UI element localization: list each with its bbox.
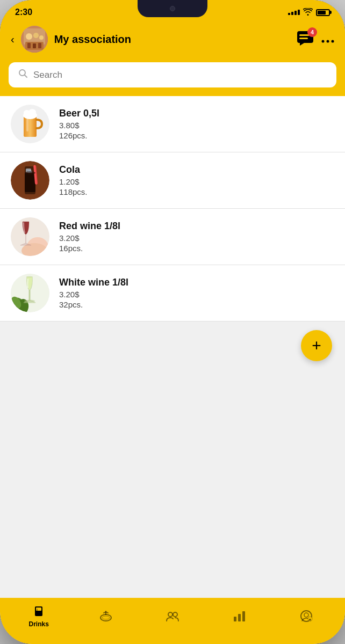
nav-item-members[interactable] bbox=[139, 609, 206, 623]
camera bbox=[170, 6, 175, 11]
product-list: Beer 0,5l 3.80$ 126pcs. bbox=[0, 96, 345, 598]
svg-rect-27 bbox=[25, 173, 35, 192]
status-icons bbox=[288, 8, 330, 17]
notch bbox=[138, 0, 207, 17]
svg-rect-49 bbox=[238, 614, 241, 621]
more-button[interactable] bbox=[321, 36, 334, 43]
product-info-red-wine: Red wine 1/8l 3.20$ 16pcs. bbox=[59, 221, 334, 253]
page-title: My association bbox=[54, 33, 290, 46]
svg-rect-48 bbox=[234, 617, 236, 621]
avatar-image bbox=[21, 26, 48, 53]
svg-rect-50 bbox=[242, 611, 245, 621]
battery-fill bbox=[318, 11, 326, 14]
nav-item-food[interactable] bbox=[72, 609, 139, 623]
product-name: White wine 1/8l bbox=[59, 277, 334, 288]
product-name: Cola bbox=[59, 164, 334, 175]
svg-point-46 bbox=[168, 612, 172, 617]
product-image-white-wine bbox=[11, 274, 49, 312]
bottom-nav: Drinks bbox=[0, 598, 345, 644]
product-price: 3.20$ bbox=[59, 290, 334, 299]
product-name: Red wine 1/8l bbox=[59, 221, 334, 232]
product-name: Beer 0,5l bbox=[59, 108, 334, 119]
food-icon bbox=[99, 609, 113, 623]
wifi-icon bbox=[303, 8, 313, 17]
nav-label-drinks: Drinks bbox=[29, 620, 49, 628]
svg-point-47 bbox=[173, 612, 177, 617]
svg-rect-6 bbox=[27, 43, 31, 48]
product-price: 3.80$ bbox=[59, 121, 334, 130]
svg-point-21 bbox=[28, 109, 36, 115]
search-icon bbox=[18, 69, 28, 81]
svg-point-5 bbox=[39, 35, 44, 40]
add-button[interactable]: + bbox=[301, 330, 332, 361]
notification-badge: 4 bbox=[307, 27, 317, 37]
svg-line-16 bbox=[25, 75, 27, 78]
svg-point-52 bbox=[304, 613, 308, 617]
list-item[interactable]: Beer 0,5l 3.80$ 126pcs. bbox=[0, 96, 345, 152]
svg-point-38 bbox=[27, 276, 32, 278]
app-header: ‹ My associa bbox=[0, 20, 345, 60]
product-image-red-wine bbox=[11, 217, 49, 256]
nav-item-stats[interactable] bbox=[206, 609, 272, 623]
phone-screen: 2:30 bbox=[0, 0, 345, 644]
product-price: 3.20$ bbox=[59, 233, 334, 243]
svg-point-30 bbox=[25, 171, 35, 174]
product-qty: 32pcs. bbox=[59, 300, 334, 309]
chat-button[interactable]: 4 bbox=[297, 31, 314, 48]
account-icon: e bbox=[299, 609, 313, 623]
stats-icon bbox=[232, 609, 246, 623]
svg-point-40 bbox=[24, 300, 35, 303]
svg-rect-11 bbox=[299, 38, 308, 39]
product-qty: 118pcs. bbox=[59, 187, 334, 196]
product-image-cola bbox=[11, 161, 49, 200]
svg-point-45 bbox=[102, 616, 110, 619]
svg-rect-7 bbox=[33, 43, 36, 48]
svg-point-3 bbox=[26, 33, 32, 40]
svg-point-12 bbox=[322, 40, 325, 42]
nav-item-account[interactable]: e bbox=[273, 609, 340, 623]
avatar bbox=[21, 26, 48, 53]
list-item[interactable]: Red wine 1/8l 3.20$ 16pcs. bbox=[0, 209, 345, 265]
search-bar bbox=[9, 62, 336, 87]
search-input[interactable] bbox=[33, 70, 327, 80]
svg-point-14 bbox=[332, 40, 334, 42]
beer-icon bbox=[16, 108, 44, 140]
cola-icon bbox=[11, 161, 49, 200]
battery-icon bbox=[316, 9, 330, 16]
members-icon bbox=[166, 609, 179, 623]
search-container bbox=[0, 60, 345, 96]
header-actions: 4 bbox=[297, 31, 334, 48]
phone-frame: 2:30 bbox=[0, 0, 345, 644]
svg-point-4 bbox=[33, 33, 39, 38]
product-info-cola: Cola 1.20$ 118pcs. bbox=[59, 164, 334, 196]
svg-rect-43 bbox=[37, 609, 38, 613]
svg-rect-22 bbox=[26, 118, 28, 131]
product-qty: 16pcs. bbox=[59, 244, 334, 253]
svg-rect-8 bbox=[38, 43, 41, 48]
product-image-beer bbox=[11, 105, 49, 143]
drinks-icon bbox=[32, 604, 46, 618]
white-wine-icon bbox=[11, 274, 49, 312]
product-info-white-wine: White wine 1/8l 3.20$ 32pcs. bbox=[59, 277, 334, 309]
list-item[interactable]: Cola 1.20$ 118pcs. bbox=[0, 152, 345, 209]
back-button[interactable]: ‹ bbox=[11, 33, 15, 46]
product-price: 1.20$ bbox=[59, 177, 334, 186]
product-info-beer: Beer 0,5l 3.80$ 126pcs. bbox=[59, 108, 334, 140]
fab-area: + bbox=[0, 321, 345, 370]
red-wine-icon bbox=[11, 217, 49, 256]
nav-item-drinks[interactable]: Drinks bbox=[5, 604, 72, 628]
product-qty: 126pcs. bbox=[59, 131, 334, 140]
status-time: 2:30 bbox=[15, 8, 32, 17]
signal-icon bbox=[288, 10, 300, 15]
svg-point-13 bbox=[327, 40, 329, 42]
more-icon bbox=[321, 40, 334, 43]
list-item[interactable]: White wine 1/8l 3.20$ 32pcs. bbox=[0, 265, 345, 321]
